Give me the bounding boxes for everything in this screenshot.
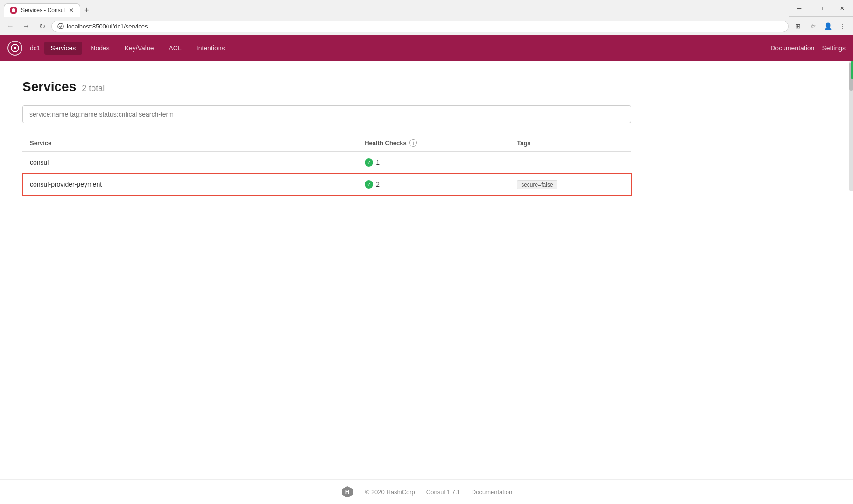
health-check-icon: ✓ (365, 158, 373, 167)
nav-item-services[interactable]: Services (44, 42, 83, 55)
table-row[interactable]: consul-provider-peyment ✓ 2 secure=false (22, 174, 631, 196)
services-table: Service Health Checks i Tags consul ✓ 1 (22, 134, 631, 196)
column-tags: Tags (509, 134, 631, 152)
profile-button[interactable]: 👤 (821, 20, 834, 33)
bookmark-button[interactable]: ☆ (806, 20, 819, 33)
lock-icon (57, 23, 64, 29)
translate-button[interactable]: ⊞ (791, 20, 804, 33)
minimize-button[interactable]: ─ (789, 1, 810, 16)
health-check-count: 2 (376, 181, 380, 188)
close-button[interactable]: ✕ (832, 1, 853, 16)
svg-point-0 (58, 23, 63, 29)
nav-item-nodes[interactable]: Nodes (84, 42, 116, 55)
page-count: 2 total (82, 84, 105, 93)
tab-title: Services - Consul (21, 7, 65, 14)
refresh-button[interactable]: ↻ (35, 20, 49, 33)
service-name: consul (22, 152, 357, 174)
nav-item-acl[interactable]: ACL (162, 42, 188, 55)
forward-button[interactable]: → (20, 20, 33, 33)
maximize-button[interactable]: □ (810, 1, 832, 16)
service-name: consul-provider-peyment (22, 174, 357, 196)
page-header: Services 2 total (22, 79, 631, 94)
health-checks-info-icon[interactable]: i (409, 139, 417, 147)
nav-items: Services Nodes Key/Value ACL Intentions (44, 42, 771, 55)
nav-settings-link[interactable]: Settings (822, 44, 846, 52)
tags-cell: secure=false (509, 174, 631, 196)
main-content: Services 2 total Service Health Checks i… (0, 61, 654, 214)
health-check-icon: ✓ (365, 180, 373, 189)
menu-button[interactable]: ⋮ (836, 20, 849, 33)
table-row[interactable]: consul ✓ 1 (22, 152, 631, 174)
datacenter-label: dc1 (30, 44, 41, 52)
column-service: Service (22, 134, 357, 152)
new-tab-button[interactable]: + (80, 4, 93, 16)
health-checks-cell: ✓ 2 (357, 174, 509, 196)
nav-right: Documentation Settings (770, 44, 846, 52)
url-input[interactable] (67, 23, 783, 30)
svg-point-2 (14, 47, 16, 49)
nav-item-keyvalue[interactable]: Key/Value (118, 42, 161, 55)
search-input[interactable] (22, 105, 631, 123)
page-title: Services (22, 79, 76, 94)
tag-badge: secure=false (517, 180, 557, 189)
app-nav: dc1 Services Nodes Key/Value ACL Intenti… (0, 35, 853, 61)
nav-documentation-link[interactable]: Documentation (770, 44, 814, 52)
tab-close-button[interactable]: ✕ (69, 7, 74, 14)
consul-logo-icon (7, 41, 22, 56)
nav-logo (7, 41, 22, 56)
nav-item-intentions[interactable]: Intentions (190, 42, 232, 55)
column-health-checks: Health Checks i (357, 134, 509, 152)
tags-cell (509, 152, 631, 174)
health-checks-cell: ✓ 1 (357, 152, 509, 174)
back-button[interactable]: ← (4, 20, 17, 33)
health-check-count: 1 (376, 159, 380, 166)
browser-tab[interactable]: Services - Consul ✕ (4, 3, 80, 17)
tab-favicon (10, 7, 17, 14)
address-bar (51, 21, 789, 32)
